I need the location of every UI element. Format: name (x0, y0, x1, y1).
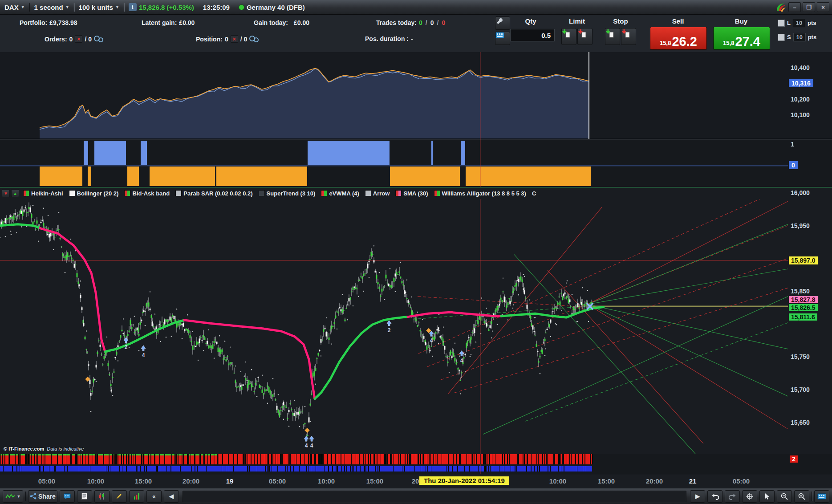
sell-limit-button[interactable] (577, 28, 593, 45)
instrument-label: DAX (4, 4, 19, 11)
comments-button[interactable] (60, 490, 75, 503)
title-bar: DAX ▼ 1 second ▼ 100 k units ▼ i 15,826.… (0, 0, 832, 14)
last-price: 15,826.8 (+0.53%) (139, 4, 194, 11)
time-axis-label: 20:00 (637, 477, 672, 485)
price-axis-label: 15,826.5 (789, 304, 818, 311)
overview-axis-label: 10,316 (789, 79, 813, 87)
close-button[interactable]: × (817, 2, 829, 12)
share-button[interactable]: Share (28, 490, 57, 503)
limit-distance-row: L 10 pts (778, 19, 816, 27)
legend-item[interactable]: Bollinger (20 2) (69, 190, 119, 197)
sell-stop-button[interactable] (621, 28, 636, 45)
overview-axis-label: 10,200 (791, 96, 810, 103)
trading-app: DAX ▼ 1 second ▼ 100 k units ▼ i 15,826.… (0, 0, 832, 504)
volume-canvas[interactable] (0, 454, 788, 474)
crosshair-tool-button[interactable] (742, 490, 757, 503)
legend-item[interactable]: SuperTrend (3 10) (259, 190, 316, 197)
scroll-left-button[interactable]: ◀ (164, 490, 179, 503)
keypad-button[interactable] (495, 32, 510, 45)
long-label: L (787, 20, 791, 26)
info-icon[interactable]: i (129, 3, 137, 11)
instrument-dropdown[interactable]: DAX ▼ (0, 0, 29, 14)
chart-scrollbar[interactable] (183, 491, 686, 502)
sell-header: Sell (650, 17, 706, 25)
overview-chart-canvas[interactable] (0, 52, 788, 139)
zoom-out-button[interactable] (777, 490, 792, 503)
orders-count-2: / 0 (85, 36, 92, 43)
stop-pts-unit: pts (808, 34, 817, 41)
minimize-button[interactable]: – (788, 2, 801, 12)
legend-item[interactable]: Arrow (365, 190, 390, 197)
collapse-up-icon[interactable]: ▲ (11, 189, 19, 197)
overview-axis-label: 10,400 (791, 64, 810, 71)
redo-button[interactable] (725, 490, 740, 503)
scroll-right-button[interactable]: ▶ (690, 490, 705, 503)
buy-limit-button[interactable] (561, 28, 576, 45)
news-button[interactable] (77, 490, 92, 503)
pencil-icon (116, 493, 122, 500)
candlestick-view-button[interactable] (94, 490, 110, 503)
legend-item-label: Williams Alligator (13 8 8 5 5 3) (442, 190, 526, 197)
stop-checkbox[interactable] (778, 34, 785, 41)
undo-button[interactable] (707, 490, 722, 503)
legend-item-label: Parab SAR (0.02 0.02 0.2) (183, 190, 252, 197)
indicator-chip-icon (365, 190, 371, 196)
legend-item[interactable]: C (532, 190, 536, 197)
signal-bands-canvas[interactable] (0, 139, 788, 187)
legend-item[interactable]: Heikin-Ashi (23, 190, 63, 197)
time-axis-label: 10:00 (540, 477, 576, 485)
divider (25, 492, 26, 501)
limit-pts-value[interactable]: 10 (793, 19, 805, 27)
keyboard-icon (817, 493, 826, 500)
buy-header: Buy (713, 17, 769, 25)
sell-button[interactable]: 15,8 26.2 (650, 27, 707, 50)
time-axis-label: 21 (675, 477, 710, 485)
indicator-chip-icon (124, 190, 130, 196)
indicator-chip-icon (69, 190, 75, 196)
restore-button[interactable]: ❒ (803, 2, 815, 12)
price-axis-label: 15,700 (791, 386, 810, 393)
indicator-chip-icon (175, 190, 182, 196)
order-settings-button[interactable] (495, 16, 510, 30)
chart-style-button[interactable]: ▼ (3, 490, 23, 503)
collapse-down-icon[interactable]: ▼ (2, 189, 10, 197)
buy-button[interactable]: 15,8 27.4 (713, 27, 770, 50)
time-axis-label: 15:00 (357, 477, 393, 485)
time-axis-label: 05:00 (29, 477, 65, 485)
gear-icon[interactable] (249, 36, 259, 42)
quantity-input[interactable] (510, 29, 555, 41)
collapse-toolbar-button[interactable]: « (146, 490, 162, 503)
limit-checkbox[interactable] (778, 20, 785, 27)
svg-text:4: 4 (310, 443, 313, 449)
main-chart-canvas[interactable]: 2424444 (0, 199, 788, 454)
time-axis-label: 20:00 (173, 477, 209, 485)
trades-today-label: Trades today: (376, 19, 417, 26)
units-dropdown[interactable]: 100 k units ▼ (74, 0, 124, 14)
legend-item[interactable]: SMA (30) (395, 190, 428, 197)
keyboard-shortcuts-button[interactable] (814, 490, 829, 503)
buy-stop-button[interactable] (605, 28, 620, 45)
time-axis-label: 15:00 (588, 477, 624, 485)
timeframe-dropdown[interactable]: 1 second ▼ (30, 0, 74, 14)
volume-panel: 2 (0, 454, 832, 474)
legend-item[interactable]: Williams Alligator (13 8 8 5 5 3) (434, 190, 526, 197)
indicator-chart-button[interactable] (129, 490, 144, 503)
orders-label: Orders: (45, 36, 67, 43)
market-name: Germany 40 (DFB) (247, 4, 305, 11)
draw-tools-button[interactable] (112, 490, 127, 503)
cancel-orders-icon[interactable]: × (75, 35, 82, 43)
limit-header: Limit (561, 17, 593, 25)
pointer-tool-button[interactable] (759, 490, 775, 503)
legend-item[interactable]: eVWMA (4) (321, 190, 359, 197)
legend-item[interactable]: Bid-Ask band (124, 190, 170, 197)
time-axis-label: 15:00 (126, 477, 161, 485)
price-axis-label: 15,827.8 (789, 296, 818, 303)
sell-price: 26.2 (672, 35, 697, 48)
close-position-icon[interactable]: × (231, 35, 238, 43)
gear-icon[interactable] (94, 36, 103, 42)
limit-pts-unit: pts (808, 20, 816, 26)
legend-item[interactable]: Parab SAR (0.02 0.02 0.2) (175, 190, 252, 197)
zoom-in-button[interactable] (794, 490, 809, 503)
prorealtime-logo-icon (775, 2, 787, 12)
stop-pts-value[interactable]: 10 (793, 33, 806, 41)
